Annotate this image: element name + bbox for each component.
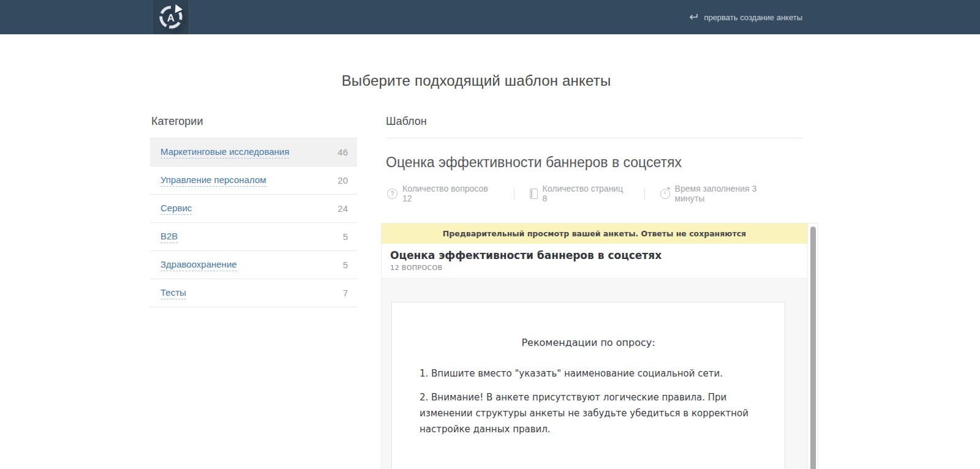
category-count: 7 bbox=[343, 288, 348, 298]
category-item-tests[interactable]: Тесты 7 bbox=[150, 279, 357, 307]
preview-scrollbar-track[interactable] bbox=[807, 223, 818, 469]
logo-letter: A bbox=[167, 12, 174, 24]
app-logo[interactable]: A bbox=[152, 0, 189, 34]
abort-survey-creation-link[interactable]: прервать создание анкеты bbox=[688, 0, 802, 34]
template-panel: Шаблон Оценка эффективности баннеров в с… bbox=[386, 115, 802, 469]
recommendation-item-2: 2. Внимание! В анкете присутствуют логич… bbox=[420, 390, 757, 437]
category-link[interactable]: Управление персоналом bbox=[160, 174, 266, 187]
category-count: 5 bbox=[343, 231, 348, 242]
template-heading: Шаблон bbox=[386, 115, 802, 138]
category-count: 46 bbox=[337, 147, 348, 157]
category-link[interactable]: Маркетинговые исследования bbox=[160, 146, 289, 159]
preview-survey-header: Оценка эффективности баннеров в соцсетях… bbox=[382, 244, 807, 279]
categories-panel: Категории Маркетинговые исследования 46 … bbox=[150, 115, 357, 469]
top-bar: A прервать создание анкеты bbox=[0, 0, 980, 34]
meta-question-count: Количество вопросов 12 bbox=[386, 184, 514, 203]
preview-notice-banner: Предварительный просмотр вашей анкеты. О… bbox=[382, 223, 807, 244]
recommendations-block: Рекомендации по опросу: 1. Впишите вмест… bbox=[391, 302, 785, 469]
recommendation-item-1: 1. Впишите вместо "указать" наименование… bbox=[420, 366, 757, 382]
category-item-service[interactable]: Сервис 24 bbox=[150, 195, 357, 223]
category-item-marketing[interactable]: Маркетинговые исследования 46 bbox=[150, 138, 357, 167]
preview-survey-body: Рекомендации по опросу: 1. Впишите вмест… bbox=[382, 279, 807, 469]
category-item-b2b[interactable]: B2B 5 bbox=[150, 223, 357, 251]
category-item-hr[interactable]: Управление персоналом 20 bbox=[150, 167, 357, 195]
return-arrow-icon bbox=[688, 13, 698, 21]
category-count: 5 bbox=[343, 260, 348, 270]
meta-label: Количество страниц 8 bbox=[543, 184, 629, 203]
categories-heading: Категории bbox=[150, 115, 357, 138]
category-link[interactable]: Тесты bbox=[160, 287, 186, 299]
category-item-healthcare[interactable]: Здравоохранение 5 bbox=[150, 251, 357, 279]
question-circle-icon bbox=[387, 189, 398, 199]
meta-fill-time: Время заполнения 3 минуты bbox=[645, 184, 802, 203]
meta-label: Время заполнения 3 минуты bbox=[675, 184, 787, 203]
survey-preview-content: Предварительный просмотр вашей анкеты. О… bbox=[382, 223, 807, 469]
logo-circle-arrow-icon: A bbox=[158, 4, 184, 30]
stopwatch-icon bbox=[660, 189, 670, 199]
survey-preview: Предварительный просмотр вашей анкеты. О… bbox=[381, 223, 818, 469]
preview-scrollbar-thumb[interactable] bbox=[810, 227, 816, 469]
meta-label: Количество вопросов 12 bbox=[402, 184, 499, 203]
category-link[interactable]: Здравоохранение bbox=[160, 259, 237, 271]
meta-page-count: Количество страниц 8 bbox=[514, 184, 644, 203]
page-icon bbox=[530, 189, 538, 199]
template-meta: Количество вопросов 12 Количество страни… bbox=[386, 184, 802, 203]
main-content: Выберите подходящий шаблон анкеты Катего… bbox=[150, 34, 802, 469]
category-link[interactable]: B2B bbox=[160, 231, 178, 243]
recommendations-title: Рекомендации по опросу: bbox=[420, 334, 757, 351]
category-link[interactable]: Сервис bbox=[160, 203, 192, 215]
category-count: 24 bbox=[337, 203, 348, 214]
page-title: Выберите подходящий шаблон анкеты bbox=[150, 72, 802, 89]
abort-label: прервать создание анкеты bbox=[704, 13, 802, 22]
category-count: 20 bbox=[337, 175, 348, 186]
template-title: Оценка эффективности баннеров в соцсетях bbox=[386, 154, 802, 171]
preview-question-count: 12 ВОПРОСОВ bbox=[390, 264, 799, 272]
preview-survey-title: Оценка эффективности баннеров в соцсетях bbox=[390, 249, 799, 261]
